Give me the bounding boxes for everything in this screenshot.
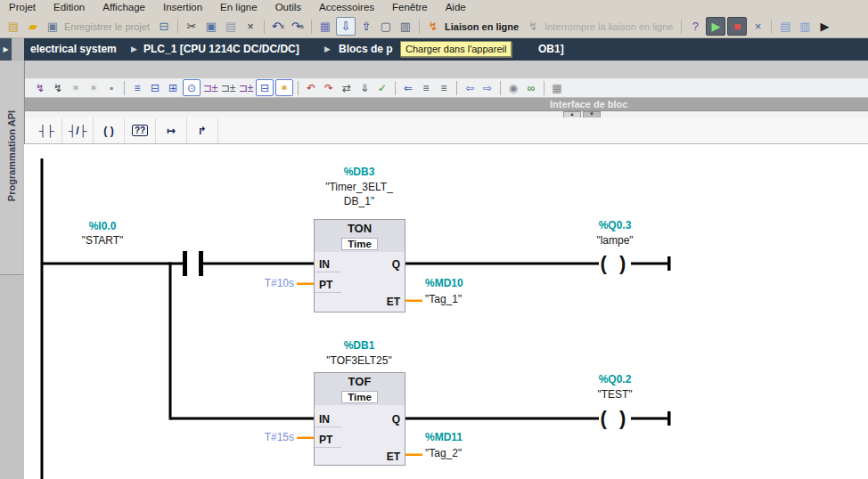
coil1-name[interactable]: "lampe" <box>570 234 659 247</box>
coil1-address[interactable]: %Q0.3 <box>570 219 659 231</box>
close-branch-icon[interactable]: ↱ <box>187 118 218 143</box>
save-project-icon[interactable]: ▣ <box>44 18 61 35</box>
breadcrumb-project[interactable]: electrical system <box>30 38 117 61</box>
load-ok-icon[interactable]: ✓ <box>374 80 390 95</box>
menu-accessoires[interactable]: Accessoires <box>310 0 383 15</box>
open-branch-icon[interactable]: ↦ <box>156 118 187 143</box>
snapshot-icon[interactable]: ⇓ <box>356 80 373 95</box>
split-vertical-icon[interactable]: ▥ <box>796 18 814 35</box>
favorites-toggle-icon[interactable]: ✶ <box>275 79 293 96</box>
expand-networks-icon[interactable]: ⊞ <box>165 80 181 95</box>
operand-both-icon[interactable]: ⊐± <box>238 80 254 95</box>
timer1-db-name-line2[interactable]: DB_1" <box>315 195 404 207</box>
menu-aide[interactable]: Aide <box>437 0 475 15</box>
coil2-name[interactable]: "TEST" <box>570 388 659 401</box>
jump-to-definition-icon[interactable]: ⇐ <box>400 80 416 95</box>
operand-absolute-icon[interactable]: ⊐± <box>202 80 218 95</box>
menu-insertion[interactable]: Insertion <box>154 0 211 15</box>
delete-row-icon[interactable]: ↯ <box>50 80 66 95</box>
timer1-db-address[interactable]: %DB3 <box>315 166 404 178</box>
menu-projet[interactable]: Projet <box>0 0 45 15</box>
timer2-et-address[interactable]: %MD11 <box>425 431 463 443</box>
diagnostics-icon[interactable]: ? <box>686 18 704 35</box>
menu-edition[interactable]: Edition <box>45 0 94 15</box>
copy-icon[interactable]: ▣ <box>202 18 220 35</box>
disconnect-icon[interactable]: × <box>749 18 766 35</box>
operand-symbolic-icon[interactable]: ⊐± <box>220 80 236 95</box>
panel-toggle-arrow-icon[interactable]: ▶ <box>0 38 12 61</box>
go-online-icon[interactable]: ↯ <box>424 18 442 35</box>
toolbar-overflow-icon[interactable]: ▶ <box>815 18 833 35</box>
block-interface-splitter[interactable]: Interface de bloc <box>24 98 868 111</box>
timer1-et-name[interactable]: "Tag_1" <box>425 293 462 305</box>
split-horizontal-icon[interactable]: ▤ <box>776 18 794 35</box>
ton-timer-block[interactable]: TON Time IN PT Q ET <box>314 219 405 313</box>
show-all-networks-icon[interactable]: ≡ <box>129 80 145 95</box>
insert-row-icon[interactable]: ↯ <box>32 80 48 95</box>
go-offline-icon[interactable]: ↯ <box>524 18 542 35</box>
compile-icon[interactable]: ▦ <box>316 18 334 35</box>
insert-sparkle-icon[interactable]: ✶ <box>68 80 84 95</box>
timer2-db-name[interactable]: "TOF3ELT25" <box>315 354 404 367</box>
menu-outils[interactable]: Outils <box>266 0 310 15</box>
timer1-pt-value[interactable]: T#10s <box>201 277 294 289</box>
bookmark-prev-icon[interactable]: ⇦ <box>462 80 478 95</box>
go-to-prev-error-icon[interactable]: ↶ <box>303 80 319 95</box>
breadcrumb-ob1[interactable]: OB1] <box>538 38 564 61</box>
ton-block-datatype[interactable]: Time <box>341 238 378 250</box>
update-block-call-icon[interactable]: ⇄ <box>339 80 355 95</box>
sidebar-tab-programmation-api[interactable]: Programmation API <box>0 61 23 275</box>
assignment-list-icon[interactable]: ≡ <box>436 80 452 95</box>
monitor-icon[interactable]: ◉ <box>505 80 521 95</box>
comments-icon[interactable]: ⊙ <box>183 79 201 96</box>
go-to-next-error-icon[interactable]: ↷ <box>321 80 337 95</box>
coil2-symbol[interactable]: ( ) <box>596 406 634 431</box>
timer1-db-name-line1[interactable]: "Timer_3ELT_ <box>315 181 404 193</box>
tof-block-datatype[interactable]: Time <box>341 391 378 403</box>
download-to-device-icon[interactable]: ⇩ <box>336 17 356 36</box>
new-project-icon[interactable]: ▤ <box>4 18 22 35</box>
timer2-pt-value[interactable]: T#15s <box>201 431 294 443</box>
print-icon[interactable]: ⊟ <box>155 18 173 35</box>
start-simulation-icon[interactable]: ▶ <box>706 17 725 36</box>
cut-icon[interactable]: ✂ <box>183 18 201 35</box>
open-project-icon[interactable]: ▰ <box>24 18 42 35</box>
timer2-db-address[interactable]: %DB1 <box>315 339 404 352</box>
delete-icon[interactable]: × <box>242 18 259 35</box>
timer1-et-address[interactable]: %MD10 <box>425 277 463 289</box>
lock-icon[interactable]: ▪ <box>103 80 119 95</box>
network-view-icon[interactable]: ⊟ <box>256 79 274 96</box>
glasses-icon[interactable]: ∞ <box>523 80 539 95</box>
undo-icon[interactable]: ↶± <box>269 18 287 35</box>
start-cpu-icon[interactable]: ▢ <box>377 18 395 35</box>
collapse-networks-icon[interactable]: ⊟ <box>147 80 163 95</box>
contact-name[interactable]: "START" <box>58 234 147 247</box>
tof-timer-block[interactable]: TOF Time IN PT Q ET <box>314 372 405 466</box>
breadcrumb-blocks[interactable]: Blocs de p <box>339 38 393 61</box>
call-structure-icon[interactable]: ≡ <box>418 80 434 95</box>
no-contact-icon[interactable]: ┤├ <box>31 118 62 143</box>
save-project-label[interactable]: Enregistrer le projet <box>64 21 150 32</box>
breadcrumb-plc[interactable]: PLC_1 [CPU 1214C DC/DC/DC] <box>143 38 299 61</box>
redo-icon[interactable]: ↷± <box>289 18 307 35</box>
coil2-address[interactable]: %Q0.2 <box>570 373 659 386</box>
stop-simulation-icon[interactable]: ■ <box>727 17 747 36</box>
menu-affichage[interactable]: Affichage <box>94 0 154 15</box>
bookmark-next-icon[interactable]: ⇨ <box>479 80 495 95</box>
sparkle2-icon[interactable]: ✶ <box>86 80 102 95</box>
go-online-label[interactable]: Liaison en ligne <box>445 21 519 32</box>
stop-cpu-icon[interactable]: ▥ <box>397 18 414 35</box>
contact-address[interactable]: %I0.0 <box>58 220 147 232</box>
db-lock-icon[interactable]: ▦ <box>549 80 565 95</box>
empty-box-icon[interactable]: ?? <box>125 118 156 143</box>
menu-fen-tre[interactable]: Fenêtre <box>383 0 437 15</box>
coil1-symbol[interactable]: ( ) <box>596 251 634 276</box>
coil-icon[interactable]: ( ) <box>94 118 125 143</box>
ladder-canvas[interactable]: %I0.0 "START" %DB3 "Timer_3ELT_ DB_1" TO… <box>24 144 868 479</box>
timer2-et-name[interactable]: "Tag_2" <box>425 447 462 459</box>
menu-en-ligne[interactable]: En ligne <box>211 0 266 15</box>
upload-from-device-icon[interactable]: ⇧ <box>357 18 375 35</box>
go-offline-label[interactable]: Interrompre la liaison en ligne <box>545 21 673 32</box>
nc-contact-icon[interactable]: ┤/├ <box>62 118 94 143</box>
paste-icon[interactable]: ▤ <box>222 18 240 35</box>
